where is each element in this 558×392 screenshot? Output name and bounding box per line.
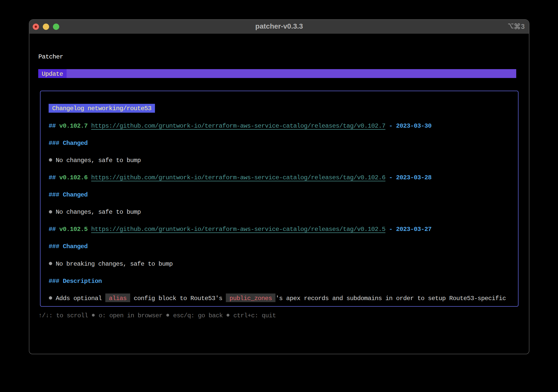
svg-text:3: 3 <box>521 23 525 30</box>
